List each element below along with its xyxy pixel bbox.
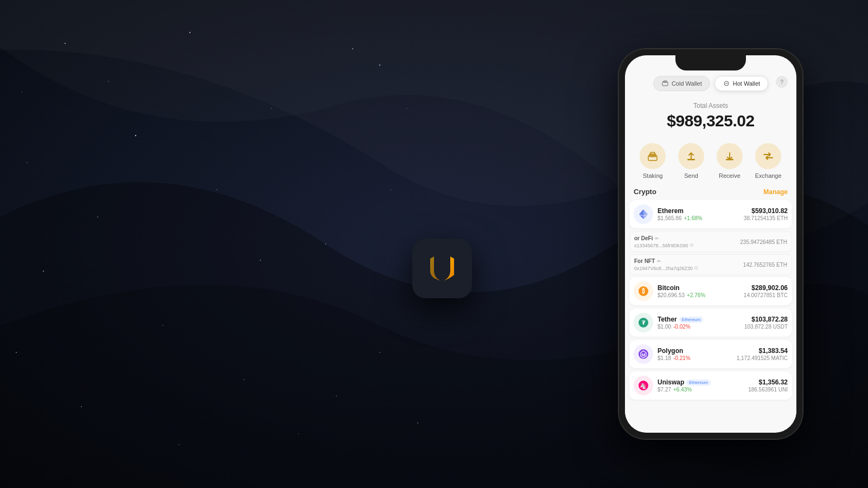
ethereum-name: Etherem xyxy=(658,207,744,215)
nft-edit-icon[interactable]: ✏ xyxy=(657,259,661,264)
svg-point-6 xyxy=(27,162,28,163)
receive-icon xyxy=(717,143,743,169)
bitcoin-price: $20,696.53 +2.76% xyxy=(658,292,744,298)
exchange-label: Exchange xyxy=(755,172,782,179)
tether-item[interactable]: ₮ Tether Ethereum $1.00 -0.02% xyxy=(629,309,792,337)
uniswap-icon: 🦄 xyxy=(634,376,653,395)
total-assets-label: Total Assets xyxy=(636,102,786,110)
hot-wallet-button[interactable]: Hot Wallet xyxy=(714,76,768,91)
svg-point-18 xyxy=(260,260,261,261)
action-buttons: Staking Send xyxy=(625,139,796,188)
polygon-icon: M xyxy=(634,344,653,364)
svg-point-17 xyxy=(135,135,136,136)
receive-button[interactable]: Receive xyxy=(717,143,743,179)
manage-button[interactable]: Manage xyxy=(763,188,788,196)
tether-amount: 103,872.28 USDT xyxy=(744,324,788,330)
tether-badge: Ethereum xyxy=(679,317,704,323)
svg-point-16 xyxy=(298,433,299,434)
app-icon[interactable] xyxy=(412,239,472,298)
svg-marker-38 xyxy=(639,209,643,216)
svg-point-20 xyxy=(16,352,17,353)
svg-point-3 xyxy=(189,32,190,33)
bitcoin-item[interactable]: ₿ Bitcoin $20,696.53 +2.76% $289,902.06 xyxy=(629,277,792,305)
polygon-name: Polygon xyxy=(658,347,737,355)
cold-wallet-button[interactable]: Cold Wallet xyxy=(653,76,710,91)
ethereum-change: +1.68% xyxy=(684,215,703,221)
nft-copy-icon[interactable]: ⧉ xyxy=(694,265,698,271)
svg-point-24 xyxy=(178,444,180,445)
nft-addr-text: 0x1947V6c8...2ha7q26Z30 xyxy=(634,266,693,271)
ethereum-nft-subitem: For NFT ✏ 0x1947V6c8...2ha7q26Z30 ⧉ 142.… xyxy=(629,254,792,275)
svg-point-14 xyxy=(379,352,380,353)
polygon-change: -0.21% xyxy=(673,355,691,361)
crypto-section-header: Crypto Manage xyxy=(625,188,796,200)
defi-copy-icon[interactable]: ⧉ xyxy=(690,242,693,248)
exchange-icon xyxy=(755,143,781,169)
svg-rect-35 xyxy=(687,159,695,160)
tether-usd: $103,872.28 xyxy=(744,316,788,323)
tether-info: Tether Ethereum $1.00 -0.02% xyxy=(658,316,744,330)
svg-point-23 xyxy=(336,395,337,396)
svg-text:🦄: 🦄 xyxy=(640,382,647,389)
polygon-info: Polygon $1.18 -0.21% xyxy=(658,347,737,361)
svg-point-12 xyxy=(162,325,163,326)
hot-wallet-label: Hot Wallet xyxy=(733,80,760,87)
polygon-price: $1.18 -0.21% xyxy=(658,355,737,361)
help-icon: ? xyxy=(780,79,783,85)
svg-point-21 xyxy=(417,422,418,423)
staking-button[interactable]: Staking xyxy=(640,143,666,179)
svg-point-13 xyxy=(244,379,245,380)
ethereum-amount: 38.71254135 ETH xyxy=(744,215,788,221)
svg-rect-36 xyxy=(726,159,733,160)
ethereum-item[interactable]: Etherem $1,565.86 +1.68% $593,010.82 38.… xyxy=(629,200,792,228)
defi-header: or DeFi ✏ xyxy=(634,235,693,241)
uniswap-item[interactable]: 🦄 Uniswap Ethereum $7.27 +6.43% xyxy=(629,371,792,400)
polygon-usd: $1,383.54 xyxy=(737,347,788,355)
total-assets-value: $989,325.02 xyxy=(636,112,786,130)
bitcoin-usd: $289,902.06 xyxy=(744,284,788,292)
staking-icon xyxy=(640,143,666,169)
defi-address: x13345678...56fr9DkS90 ⧉ xyxy=(634,242,693,248)
send-button[interactable]: Send xyxy=(678,143,704,179)
help-button[interactable]: ? xyxy=(776,76,788,88)
tether-name: Tether Ethereum xyxy=(658,316,744,323)
phone-screen: Cold Wallet Hot Wallet ? xyxy=(625,55,796,433)
uniswap-price-value: $7.27 xyxy=(658,387,671,393)
uniswap-values: $1,356.32 186.563961 UNI xyxy=(748,378,788,393)
uniswap-info: Uniswap Ethereum $7.27 +6.43% xyxy=(658,378,748,393)
tether-price-value: $1.00 xyxy=(658,324,671,330)
polygon-price-value: $1.18 xyxy=(658,355,671,361)
svg-text:M: M xyxy=(642,352,646,357)
phone-content: Cold Wallet Hot Wallet ? xyxy=(625,55,796,433)
svg-point-1 xyxy=(65,43,66,44)
exchange-button[interactable]: Exchange xyxy=(755,143,782,179)
total-assets-section: Total Assets $989,325.02 xyxy=(625,98,796,139)
cold-wallet-label: Cold Wallet xyxy=(672,80,702,87)
polygon-item[interactable]: M Polygon $1.18 -0.21% $1,383.54 xyxy=(629,340,792,368)
svg-point-22 xyxy=(21,92,22,92)
bitcoin-change: +2.76% xyxy=(687,292,705,298)
bitcoin-info: Bitcoin $20,696.53 +2.76% xyxy=(658,284,744,298)
svg-point-15 xyxy=(81,406,82,407)
phone-notch xyxy=(675,55,746,70)
uniswap-usd: $1,356.32 xyxy=(748,378,788,386)
nft-address: 0x1947V6c8...2ha7q26Z30 ⧉ xyxy=(634,265,698,271)
polygon-values: $1,383.54 1,172.491525 MATIC xyxy=(737,347,788,361)
svg-text:₿: ₿ xyxy=(642,288,645,294)
ethereum-values: $593,010.82 38.71254135 ETH xyxy=(744,207,788,221)
svg-marker-37 xyxy=(643,209,648,216)
svg-point-10 xyxy=(406,108,407,109)
ethereum-icon xyxy=(634,204,653,224)
uniswap-name: Uniswap Ethereum xyxy=(658,378,748,386)
svg-point-25 xyxy=(379,65,380,66)
defi-label: or DeFi xyxy=(634,235,653,241)
svg-point-7 xyxy=(97,216,98,217)
tether-change: -0.02% xyxy=(673,324,691,330)
ethereum-defi-subitem: or DeFi ✏ x13345678...56fr9DkS90 ⧉ 235.9… xyxy=(629,232,792,252)
svg-point-9 xyxy=(325,243,326,245)
ethereum-price-value: $1,565.86 xyxy=(658,215,682,221)
crypto-list: Etherem $1,565.86 +1.68% $593,010.82 38.… xyxy=(625,200,796,403)
defi-edit-icon[interactable]: ✏ xyxy=(655,236,659,241)
tether-price: $1.00 -0.02% xyxy=(658,324,744,330)
uniswap-change: +6.43% xyxy=(673,387,692,393)
